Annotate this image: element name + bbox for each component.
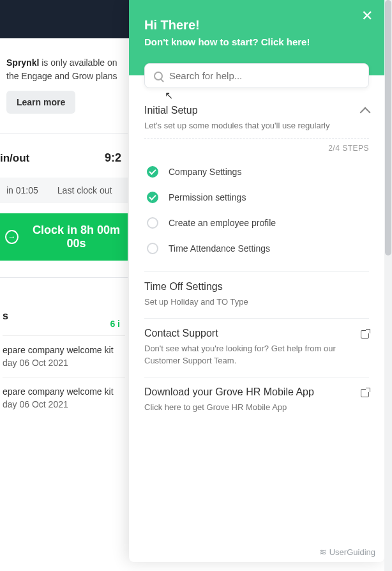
last-clock-in: in 01:05 xyxy=(6,185,38,195)
scrollbar-track[interactable] xyxy=(384,0,392,571)
section-contact-support[interactable]: Contact Support Don't see what you're lo… xyxy=(144,319,369,377)
external-link-icon xyxy=(361,330,369,339)
clock-time: 9:2 xyxy=(105,151,121,165)
task-title: epare company welcome kit xyxy=(3,345,125,355)
section-initial-setup[interactable]: Initial Setup Let's set up some modules … xyxy=(144,101,369,272)
footer-brand[interactable]: UserGuiding xyxy=(329,547,375,557)
checklist-item-company-settings[interactable]: Company Settings xyxy=(144,159,369,185)
promo-text: Sprynkl is only available on the Engage … xyxy=(6,56,121,83)
checklist-item-employee-profile[interactable]: Create an employee profile xyxy=(144,210,369,236)
task-item[interactable]: epare company welcome kit day 06 Oct 202… xyxy=(3,335,125,377)
last-clock-out: Last clock out xyxy=(57,185,112,195)
panel-greeting: Hi There! xyxy=(144,18,369,33)
check-label: Permission settings xyxy=(169,192,246,202)
check-icon xyxy=(147,243,158,254)
checklist-item-time-attendance[interactable]: Time Attendance Settings xyxy=(144,236,369,261)
help-panel: ✕ Hi There! Don't know how to start? Cli… xyxy=(129,0,384,562)
userguiding-logo-icon: ≋ xyxy=(319,547,327,557)
clock-in-icon xyxy=(5,230,19,244)
chevron-up-icon[interactable] xyxy=(360,107,371,118)
panel-body: Initial Setup Let's set up some modules … xyxy=(129,75,384,542)
check-icon xyxy=(147,166,158,178)
steps-indicator: 2/4 STEPS xyxy=(144,138,369,153)
section-title: Download your Grove HR Mobile App xyxy=(144,386,361,398)
tasks-header: s 6 i xyxy=(3,278,125,335)
search-input[interactable] xyxy=(169,70,359,81)
external-link-icon xyxy=(361,389,369,397)
clock-row: in/out 9:2 xyxy=(0,133,121,178)
tasks-count: 6 i xyxy=(110,297,125,335)
section-desc: Click here to get Grove HR Mobile App xyxy=(144,402,361,413)
clock-in-button[interactable]: Clock in 8h 00m 00s xyxy=(0,213,128,261)
check-label: Company Settings xyxy=(169,167,241,177)
checklist: Company Settings Permission settings Cre… xyxy=(144,159,369,261)
check-label: Time Attendance Settings xyxy=(169,243,270,254)
promo-box: Sprynkl is only available on the Engage … xyxy=(0,38,128,114)
search-wrap xyxy=(144,63,369,88)
clock-in-label: Clock in 8h 00m 00s xyxy=(25,224,128,250)
section-title: Contact Support xyxy=(144,328,361,339)
search-icon xyxy=(154,72,163,80)
clock-label: in/out xyxy=(0,152,29,165)
section-download-app[interactable]: Download your Grove HR Mobile App Click … xyxy=(144,377,369,423)
scrollbar-thumb[interactable] xyxy=(385,0,391,255)
clock-info: in 01:05 Last clock out xyxy=(0,178,128,203)
section-desc: Set up Holiday and TO Type xyxy=(144,296,369,308)
promo-brand: Sprynkl xyxy=(6,57,39,68)
task-date: day 06 Oct 2021 xyxy=(3,399,125,409)
tasks-label: s xyxy=(3,310,8,322)
panel-header: ✕ Hi There! Don't know how to start? Cli… xyxy=(129,0,384,75)
close-icon[interactable]: ✕ xyxy=(361,9,373,23)
panel-footer: ≋ UserGuiding xyxy=(129,542,384,562)
check-icon xyxy=(147,192,158,203)
check-label: Create an employee profile xyxy=(169,218,276,228)
section-desc: Don't see what you're looking for? Get h… xyxy=(144,343,361,366)
learn-more-button[interactable]: Learn more xyxy=(6,91,75,114)
search-box[interactable] xyxy=(144,63,369,88)
task-item[interactable]: epare company welcome kit day 06 Oct 202… xyxy=(3,377,125,418)
task-date: day 06 Oct 2021 xyxy=(3,358,125,368)
section-desc: Let's set up some modules that you'll us… xyxy=(144,120,361,132)
task-title: epare company welcome kit xyxy=(3,386,125,397)
check-icon xyxy=(147,217,158,229)
section-time-off[interactable]: Time Off Settings Set up Holiday and TO … xyxy=(144,272,369,319)
panel-subtitle[interactable]: Don't know how to start? Click here! xyxy=(144,36,369,47)
checklist-item-permission-settings[interactable]: Permission settings xyxy=(144,185,369,210)
main-background: Sprynkl is only available on the Engage … xyxy=(0,38,128,571)
section-title: Initial Setup xyxy=(144,105,361,116)
section-title: Time Off Settings xyxy=(144,281,369,293)
